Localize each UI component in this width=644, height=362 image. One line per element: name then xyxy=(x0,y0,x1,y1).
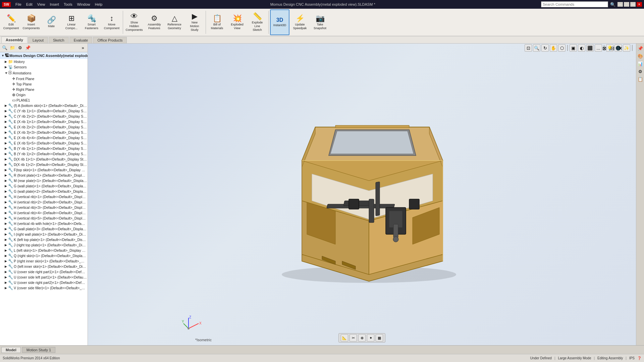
tree-item[interactable]: ▶🔧H (vertical rib)<1> (Default<<Default>… xyxy=(0,194,88,199)
tab-assembly[interactable]: Assembly xyxy=(1,37,28,43)
search-icon[interactable]: 🔍 xyxy=(610,2,615,7)
rs-icon-5[interactable]: 📋 xyxy=(637,76,644,82)
menu-file[interactable]: File xyxy=(13,2,23,7)
tree-item[interactable]: ▶🔧(f) A (bottom skin)<1> (Default<<Defau… xyxy=(0,103,88,108)
tree-item[interactable]: ▶🔧G (wall plate)<2> (Default<<Default>_D… xyxy=(0,189,88,194)
tree-item[interactable]: ▶🔧G (wall plate)<3> (Default<<Default>_D… xyxy=(0,226,88,232)
tree-item[interactable]: ▼ⒶAnnotations xyxy=(0,70,88,76)
close-button[interactable]: ✕ xyxy=(637,2,642,7)
tree-item[interactable]: ▶📡Sensors xyxy=(0,64,88,70)
tree-item[interactable]: ▶🔧D(X rib 1)<1> (Default<<Default>_Displ… xyxy=(0,157,88,162)
tree-item[interactable]: ▶🔧K (left top plate)<1> (Default<<Defaul… xyxy=(0,237,88,242)
tree-item[interactable]: ▶🔧E (X rib 2)<2> (Default<<Default>_Disp… xyxy=(0,124,88,130)
tree-item[interactable]: ▶🔧L (left skin)<1> (Default<<Default>_Di… xyxy=(0,248,88,253)
explode-line-button[interactable]: 📏 ExplodeLineSketch xyxy=(248,9,267,35)
tree-item[interactable]: ▶🔧B (Y rib 1)<2> (Default<<Default>_Disp… xyxy=(0,151,88,157)
center-button[interactable]: ⊕ xyxy=(358,334,366,342)
menu-view[interactable]: View xyxy=(35,2,47,7)
tree-item[interactable]: ▶🔧F(top skin)<1> (Default<<Default>_Disp… xyxy=(0,167,88,173)
grid-button[interactable]: ▦ xyxy=(376,334,383,342)
hide-show-button[interactable]: ◐ xyxy=(578,44,585,52)
tree-pin-button[interactable]: 📌 xyxy=(24,45,31,51)
tree-item[interactable]: ▶🔧Q (right skin)<1> (Default<<Default>_D… xyxy=(0,253,88,258)
rs-icon-3[interactable]: 📊 xyxy=(637,60,644,67)
linear-component-button[interactable]: ⊞ LinearCompo... xyxy=(62,9,81,35)
model-tab[interactable]: Model xyxy=(1,347,21,353)
search-input[interactable] xyxy=(541,1,608,7)
tree-item[interactable]: ▶🔧G (wall plate)<1> (Default<<Default>_D… xyxy=(0,183,88,189)
close-viewport-icon[interactable]: ✕ xyxy=(617,45,624,52)
tree-item[interactable]: ▶🔧E (X rib 4)<4> (Default<<Default>_Disp… xyxy=(0,135,88,140)
minimize-button[interactable]: ─ xyxy=(618,2,623,7)
tree-item[interactable]: ▶🔧E (X rib 3)<3> (Default<<Default>_Disp… xyxy=(0,130,88,135)
tree-item[interactable]: ▶🔧H (vertical rib)<2> (Default<<Default>… xyxy=(0,199,88,205)
restore-button[interactable]: ▭ xyxy=(630,2,636,7)
tree-root-item[interactable]: ▼ 🏗 Momus Design CNC Assembly(metal expl… xyxy=(0,52,88,59)
view-section-button[interactable]: ⬛ xyxy=(586,44,594,52)
assembly-features-button[interactable]: ⚙ AssemblyFeatures xyxy=(145,9,164,35)
move-component-button[interactable]: ↕ MoveComponent xyxy=(102,9,121,35)
insert-components-button[interactable]: 📦 InsertComponents xyxy=(21,9,41,35)
tab-layout[interactable]: Layout xyxy=(28,37,48,43)
tree-item[interactable]: ▶🔧P (right inner skin)<1> (Default<<Defa… xyxy=(0,258,88,264)
tree-item[interactable]: ▶🔧C (Y rib 1)<1> (Default<<Default>_Disp… xyxy=(0,108,88,114)
tree-item[interactable]: ▶🔧H (vertical rib)<4> (Default<<Default>… xyxy=(0,210,88,216)
update-speedpak-button[interactable]: ⚡ UpdateSpeedpak xyxy=(290,9,310,35)
rs-icon-4[interactable]: ⚙ xyxy=(637,68,644,75)
tree-item[interactable]: ▶🔧E (X rib 5)<5> (Default<<Default>_Disp… xyxy=(0,140,88,146)
tree-item[interactable]: ▶🔧D(X rib 1)<2> (Default<<Default>_Displ… xyxy=(0,162,88,167)
exploded-view-button[interactable]: 💥 ExplodedView xyxy=(227,9,247,35)
mate-button[interactable]: 🔗 Mate xyxy=(42,9,61,35)
tree-collapse-button[interactable]: 📁 xyxy=(9,45,16,51)
zoom-to-fit-button[interactable]: ⊡ xyxy=(525,44,532,52)
menu-tools[interactable]: Tools xyxy=(62,2,74,7)
bill-of-materials-button[interactable]: 📋 Bill ofMaterials xyxy=(207,9,227,35)
tab-office-products[interactable]: Office Products xyxy=(93,37,127,43)
display-style-button[interactable]: ▣ xyxy=(570,44,577,52)
take-snapshot-button[interactable]: 📷 TakeSnapshot xyxy=(310,9,330,35)
zoom-in-button[interactable]: 🔍 xyxy=(533,44,540,52)
tree-item[interactable]: ▶🔧U (cover side right part2)<1> (Default… xyxy=(0,280,88,285)
tree-filter-button[interactable]: 🔍 xyxy=(1,45,8,51)
tree-item[interactable]: ▶🔧J (right top plate)<1> (Default<<Defau… xyxy=(0,242,88,248)
pan-button[interactable]: ✋ xyxy=(550,44,557,52)
show-hidden-button[interactable]: 👁 ShowHiddenComponents xyxy=(124,9,144,35)
tree-item[interactable]: ▶🔧B (Y rib 1)<1> (Default<<Default>_Disp… xyxy=(0,146,88,151)
rs-icon-1[interactable]: 📌 xyxy=(637,45,644,52)
tree-item[interactable]: ▶🔧M (rear plate)<1> (Default<<Default>_D… xyxy=(0,178,88,183)
smart-fasteners-button[interactable]: 🔩 SmartFasteners xyxy=(82,9,101,35)
tree-item[interactable]: ▶🔧O (left inner skin)<1> (Default<<Defau… xyxy=(0,264,88,269)
sidebar-expand-button[interactable]: » xyxy=(79,45,86,51)
3d-viewport[interactable]: ⊡ 🔍 ↻ ✋ ⬡ ▣ ◐ ⬛ ... 💡 🌑 ✨ ⊠ ⊟ ✕ xyxy=(88,44,636,345)
tree-item[interactable]: ▶🔧V (cover side filler)<1> (Default<<Def… xyxy=(0,285,88,291)
tree-item[interactable]: ▭PLANE1 xyxy=(0,98,88,103)
tab-sketch[interactable]: Sketch xyxy=(49,37,69,43)
tree-item[interactable]: ▶🔧C (Y rib 2)<2> (Default<<Default>_Disp… xyxy=(0,114,88,119)
ambient-button[interactable]: ✨ xyxy=(623,44,630,52)
measure-button[interactable]: 📐 xyxy=(341,334,348,342)
split-view-icon[interactable]: ⊟ xyxy=(609,45,616,52)
reference-geometry-button[interactable]: △ ReferenceGeometry xyxy=(165,9,184,35)
motion-study-tab[interactable]: Motion Study 1 xyxy=(22,347,55,353)
menu-edit[interactable]: Edit xyxy=(24,2,35,7)
tree-item[interactable]: ▶🔧I (right wall plate)<1> (Default<<Defa… xyxy=(0,232,88,237)
tree-item[interactable]: ▶🔧U (cover side left part1)<1> (Default<… xyxy=(0,275,88,280)
tree-item[interactable]: ✈Right Plane xyxy=(0,87,88,92)
tree-item[interactable]: ▶🔧R (front plate)<1> (Default<<Default>_… xyxy=(0,173,88,178)
view-orientation-button[interactable]: ⬡ xyxy=(558,44,566,52)
new-motion-study-button[interactable]: ▶ NewMotionStudy xyxy=(185,9,204,35)
tree-item[interactable]: ✈Top Plane xyxy=(0,81,88,87)
menu-insert[interactable]: Insert xyxy=(48,2,61,7)
tree-item[interactable]: ▶🔧H (vertical rib)<3> (Default<<Default>… xyxy=(0,205,88,210)
menu-help[interactable]: Help xyxy=(93,2,105,7)
help-icon[interactable]: ❓ xyxy=(637,356,641,360)
tree-item[interactable]: ✈Front Plane xyxy=(0,76,88,81)
expand-viewport-icon[interactable]: ⊠ xyxy=(601,45,608,52)
tree-item[interactable]: ▶🔧U (cover side right part1)<1> (Default… xyxy=(0,269,88,275)
section-cut-button[interactable]: ✂ xyxy=(350,334,357,342)
tab-evaluate[interactable]: Evaluate xyxy=(69,37,93,43)
tree-item[interactable]: ⊕Origin xyxy=(0,92,88,98)
edit-component-button[interactable]: ✏️ EditComponent xyxy=(1,9,21,35)
tree-settings-button[interactable]: ⚙ xyxy=(17,45,23,51)
maximize-button[interactable]: □ xyxy=(624,2,629,7)
